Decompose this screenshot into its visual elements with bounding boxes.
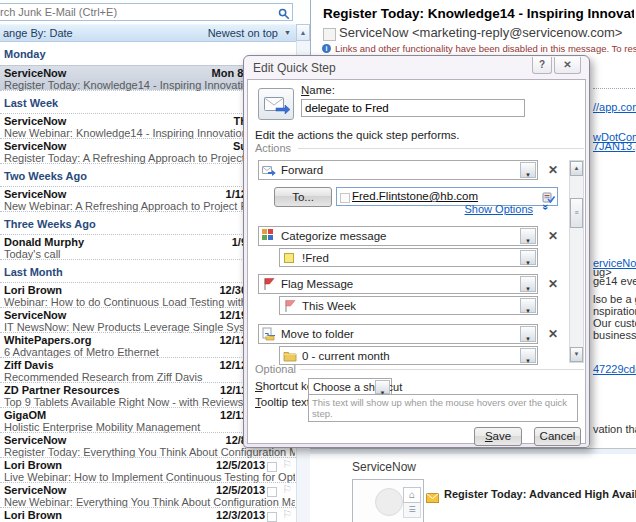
mail-sender: ZD Partner Resources — [4, 384, 120, 396]
flag-icon — [262, 277, 276, 291]
presence-square — [340, 193, 350, 203]
scrollbar-up-button[interactable]: ▲ — [570, 161, 583, 176]
mail-sender: ServiceNow — [4, 309, 66, 321]
checkbox-icon[interactable] — [267, 487, 277, 497]
action-select-forward[interactable]: Forward ▼ — [258, 160, 538, 180]
forward-envelope-icon — [262, 163, 276, 177]
folder-select[interactable]: 0 - current month ▼ — [279, 346, 538, 365]
action-select-move[interactable]: Move to folder ▼ — [258, 324, 538, 344]
edit-quick-step-dialog: Edit Quick Step ? ✕ Name: Edit the actio… — [243, 55, 590, 448]
optional-group-label: Optional — [255, 363, 296, 375]
dropdown-button[interactable]: ▼ — [375, 380, 390, 394]
home-tab[interactable]: ⌂ — [403, 487, 421, 503]
mail-item[interactable]: Lori Brown12/5/2013Live Webinar: How to … — [0, 457, 296, 482]
actions-scrollbar[interactable]: ▲ ≡ ▼ — [569, 160, 584, 363]
people-pane-band — [310, 449, 636, 454]
dropdown-button[interactable]: ▼ — [520, 162, 536, 178]
scrollbar-down-button[interactable]: ▼ — [570, 347, 583, 362]
chevron-down-icon: ▼ — [525, 238, 531, 244]
dropdown-button[interactable]: ▼ — [520, 276, 536, 292]
message-subject: Register Today: Knowledge14 - Inspiring … — [323, 6, 634, 21]
delete-action-button[interactable]: ✕ — [545, 326, 561, 342]
sort-order-control[interactable]: Newest on top — [208, 27, 278, 39]
cancel-button[interactable]: Cancel — [534, 427, 581, 446]
sort-descending-icon: ▼ — [284, 29, 291, 36]
scrollbar-up-button[interactable]: ▲ — [296, 24, 310, 41]
mail-sender: WhitePapers.org — [4, 334, 91, 346]
sender-image-placeholder — [323, 28, 336, 41]
body-text: vation that w — [593, 423, 636, 435]
message-from: ServiceNow <marketing-reply@servicenow.c… — [339, 25, 634, 40]
dropdown-button[interactable]: ▼ — [520, 348, 536, 363]
folder-icon — [283, 349, 297, 363]
dropdown-button[interactable]: ▼ — [520, 250, 536, 265]
search-bar — [0, 0, 310, 24]
mail-sender: ServiceNow — [4, 140, 66, 152]
category-value: !Fred — [302, 252, 329, 264]
delete-action-button[interactable]: ✕ — [545, 228, 561, 244]
people-pane: ServiceNow ⌂ ☰ Register Today: Advanced … — [310, 448, 636, 522]
show-options-link[interactable]: Show Options — [465, 203, 533, 215]
outlook-window: ange By: Date Newest on top ▼ ▲ MondaySe… — [0, 0, 636, 522]
checkbox-icon[interactable] — [267, 462, 277, 472]
flag-outline-icon[interactable]: ⚐ — [282, 483, 292, 496]
body-link[interactable]: //app.conne — [593, 101, 636, 113]
dropdown-button[interactable]: ▼ — [520, 228, 536, 244]
flag-outline-icon[interactable]: ⚐ — [282, 508, 292, 521]
list-header: ange By: Date Newest on top ▼ — [0, 24, 296, 42]
action-select-categorize[interactable]: Categorize message ▼ — [258, 226, 538, 246]
chevron-down-icon: ▼ — [525, 286, 531, 292]
action-select-flag[interactable]: Flag Message ▼ — [258, 274, 538, 294]
search-icon[interactable] — [278, 6, 290, 18]
category-select[interactable]: !Fred ▼ — [279, 248, 538, 267]
mail-sender: Donald Murphy — [4, 236, 84, 248]
arrange-by-control[interactable]: ange By: Date — [3, 27, 73, 39]
flag-outline-icon[interactable]: ⚐ — [282, 458, 292, 471]
name-label: Name: — [301, 84, 335, 96]
body-text: business so — [593, 329, 636, 341]
home-icon: ⌂ — [409, 489, 415, 500]
action-label: Categorize message — [281, 230, 386, 242]
message-body-divider — [593, 88, 636, 89]
flag-when-select[interactable]: This Week ▼ — [279, 296, 538, 315]
category-color-swatch — [284, 253, 294, 263]
infobar-message[interactable]: Links and other functionality have been … — [335, 43, 636, 54]
avatar — [375, 488, 403, 516]
save-button[interactable]: Save — [474, 427, 522, 446]
mail-item-flags: ⚐ — [267, 460, 293, 472]
dialog-description: Edit the actions the quick step performs… — [255, 129, 460, 141]
to-button[interactable]: To... — [274, 187, 332, 207]
body-link[interactable]: 7JAN13.png? — [593, 140, 636, 152]
mail-date: 12/3/2013 — [216, 509, 265, 521]
flag-icon — [283, 299, 297, 313]
scrollbar-thumb[interactable]: ≡ — [570, 198, 583, 228]
related-mail-item[interactable]: Register Today: Advanced High Availabili… — [444, 488, 636, 500]
search-input[interactable] — [0, 3, 293, 21]
mail-item[interactable]: Lori Brown12/3/2013⚐ — [0, 507, 296, 522]
dropdown-button[interactable]: ▼ — [520, 326, 536, 342]
chevron-down-icon: ▼ — [525, 336, 531, 342]
delete-action-button[interactable]: ✕ — [545, 162, 561, 178]
checkbox-icon[interactable] — [267, 512, 277, 522]
mail-date: 12/5/2013 — [216, 459, 265, 471]
delete-action-button[interactable]: ✕ — [545, 276, 561, 292]
mail-sender: Lori Brown — [4, 459, 62, 471]
body-text: nspirational — [593, 305, 636, 317]
mail-sender: Lori Brown — [4, 284, 62, 296]
contact-name: ServiceNow — [352, 460, 416, 474]
activity-list-tab[interactable]: ☰ — [403, 503, 421, 518]
mail-item[interactable]: ServiceNow12/5/2013New Webinar: Everythi… — [0, 482, 296, 507]
mail-sender: ServiceNow — [4, 115, 66, 127]
action-label: Forward — [281, 164, 323, 176]
body-text: Our custom — [593, 317, 636, 329]
dialog-help-button[interactable]: ? — [532, 57, 552, 74]
actions-group-line — [298, 148, 584, 149]
quick-step-name-input[interactable] — [301, 99, 525, 117]
body-link[interactable]: 47229cdc4 — [593, 363, 636, 375]
chevron-double-down-icon[interactable]: » — [540, 204, 552, 210]
dropdown-button[interactable]: ▼ — [520, 298, 536, 313]
dialog-close-button[interactable]: ✕ — [554, 57, 581, 74]
tooltip-textarea[interactable] — [308, 394, 578, 422]
mail-sender: Lori Brown — [4, 509, 62, 521]
mail-sender: Ziff Davis — [4, 359, 54, 371]
